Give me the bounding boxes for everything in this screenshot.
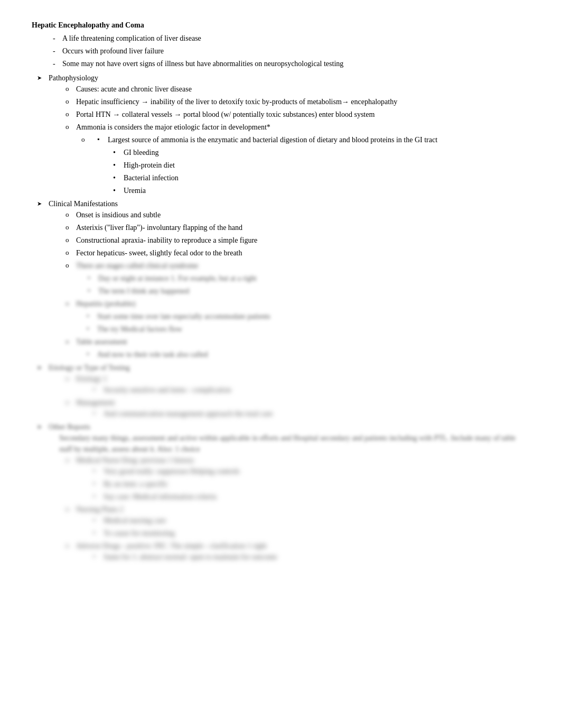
- blurred-circle-3: Table assessment: [64, 336, 529, 347]
- clinical-asterixis: Asterixis ("liver flap")- involuntary fl…: [64, 222, 529, 233]
- blurred-sq-3a: And now to their role task also called: [86, 349, 529, 360]
- page-content: Hepatic Encephalopathy and Coma A life t…: [32, 21, 529, 563]
- clinical-item: Clinical Manifestations Onset is insidio…: [37, 198, 529, 360]
- blurred-sq-2: The term I think any happened: [87, 285, 529, 297]
- reports-nursing: Nursing Plans 2 Medical nursing care To …: [64, 504, 529, 539]
- mgmt-sq-1: And communication management approach th…: [92, 408, 529, 419]
- other-reports-main: Secondary many things, assessment and ac…: [59, 432, 529, 455]
- reports-medical: Medical Nurse Drug: previous 1 history V…: [64, 455, 529, 502]
- etiology-circle: Etiology 1 Security sensitive and items …: [64, 373, 529, 419]
- blurred-circle-2: Hepatitis (probable): [64, 298, 529, 309]
- blurred-sq-1: Day or night at instance 1. For example,…: [87, 273, 529, 284]
- medical-sq: Very good really: suppresses Helping con…: [92, 466, 529, 502]
- etiology-sub-1: Etiology 1 Security sensitive and items …: [64, 373, 529, 395]
- clinical-fector: Fector hepaticus- sweet, slightly fecal …: [64, 247, 529, 259]
- patho-circle-list: Causes: acute and chronic liver disease …: [64, 84, 529, 133]
- blurred-stages-line1: There are stages called clinical syndrom…: [76, 260, 529, 271]
- ammonia-square: Largest source of ammonia is the enzymat…: [96, 134, 529, 145]
- intro-item-2: Occurs with profound liver failure: [53, 45, 529, 57]
- main-arrow-list: Pathophysiology Causes: acute and chroni…: [37, 72, 529, 563]
- reports-circle: Medical Nurse Drug: previous 1 history V…: [64, 455, 529, 563]
- etiology-label: Etiology or Type of Testing: [49, 364, 130, 372]
- bullet-uremia: Uremia: [112, 185, 529, 196]
- ammonia-parent: Largest source of ammonia is the enzymat…: [80, 134, 529, 196]
- ammonia-largest: Largest source of ammonia is the enzymat…: [96, 134, 529, 145]
- patho-portal: Portal HTN → collateral vessels → portal…: [64, 109, 529, 120]
- blurred-sq-2b: The try Medical factors flow: [86, 324, 529, 335]
- ammonia-circle: Largest source of ammonia is the enzymat…: [80, 134, 529, 196]
- mgmt-sq: And communication management approach th…: [92, 408, 529, 419]
- nur-sq-2: To cause for monitoring: [92, 528, 529, 539]
- nursing-sq: Medical nursing care To cause for monito…: [92, 515, 529, 539]
- med-sq-3: Say care: Medical information criteria: [92, 491, 529, 502]
- bullet-high-protein: High-protein diet: [112, 160, 529, 171]
- etiology-sq-1: Security sensitive and items - complicat…: [92, 384, 529, 395]
- blurred-sq-list-3: And now to their role task also called: [86, 349, 529, 360]
- blurred-hepatitis-label: Hepatitis (probable): [64, 298, 529, 309]
- bullet-bacterial: Bacterial infection: [112, 172, 529, 183]
- blurred-sq-list-2: Start some time over late especially acc…: [86, 311, 529, 335]
- etiology-item: Etiology or Type of Testing Etiology 1 S…: [37, 362, 529, 419]
- ammonia-bullets: GI bleeding High-protein diet Bacterial …: [112, 147, 529, 196]
- intro-item-1: A life threatening complication of liver…: [53, 33, 529, 44]
- blurred-sq-2a: Start some time over late especially acc…: [86, 311, 529, 322]
- intro-list: A life threatening complication of liver…: [53, 33, 529, 69]
- patho-cause: Causes: acute and chronic liver disease: [64, 84, 529, 95]
- patho-hepatic: Hepatic insufficiency → inability of the…: [64, 96, 529, 107]
- reports-adverse: Adverse Drugs - positive: INC. The simpl…: [64, 540, 529, 563]
- etiology-sq: Security sensitive and items - complicat…: [92, 384, 529, 395]
- clinical-blurred-item: There are stages called clinical syndrom…: [64, 260, 529, 297]
- blurred-table-label: Table assessment: [64, 336, 529, 347]
- med-sq-1: Very good really: suppresses Helping con…: [92, 466, 529, 477]
- nur-sq-1: Medical nursing care: [92, 515, 529, 526]
- adv-sq-1: Same for 1: abstract normal: open to mai…: [92, 551, 529, 563]
- clinical-circle-list: Onset is insidious and subtle Asterixis …: [64, 209, 529, 297]
- pathophysiology-item: Pathophysiology Causes: acute and chroni…: [37, 72, 529, 196]
- adverse-sq: Same for 1: abstract normal: open to mai…: [92, 551, 529, 563]
- pathophysiology-label: Pathophysiology: [49, 74, 98, 82]
- patho-ammonia: Ammonia is considers the major etiologic…: [64, 122, 529, 133]
- bullet-gi-bleeding: GI bleeding: [112, 147, 529, 158]
- clinical-apraxia: Constructional apraxia- inability to rep…: [64, 235, 529, 246]
- blurred-square-list: Day or night at instance 1. For example,…: [87, 273, 529, 297]
- page-title: Hepatic Encephalopathy and Coma: [32, 21, 529, 30]
- med-sq-2: By an item: a specific: [92, 478, 529, 490]
- clinical-label: Clinical Manifestations: [49, 200, 118, 208]
- other-reports-item: Other Reports Secondary many things, ass…: [37, 421, 529, 563]
- other-reports-label: Other Reports: [49, 423, 90, 431]
- etiology-mgmt: Management And communication management …: [64, 397, 529, 419]
- clinical-onset: Onset is insidious and subtle: [64, 209, 529, 220]
- intro-item-3: Some may not have overt signs of illness…: [53, 58, 529, 69]
